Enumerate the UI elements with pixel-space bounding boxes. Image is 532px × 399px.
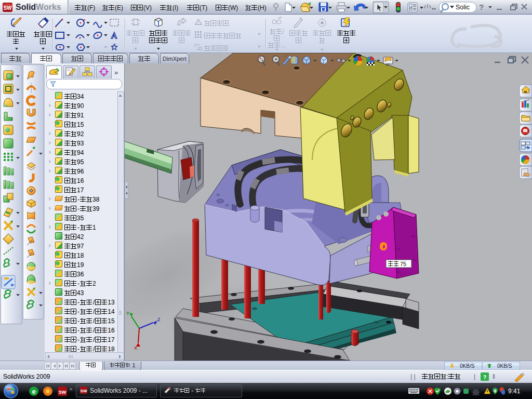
svg-text:75: 75 xyxy=(400,261,406,267)
svg-text:0KB/S: 0KB/S xyxy=(460,363,475,369)
svg-text:Z: Z xyxy=(157,317,161,322)
svg-text:SW: SW xyxy=(81,389,87,393)
svg-text:SW: SW xyxy=(3,5,12,11)
svg-text:X: X xyxy=(134,345,137,351)
svg-text:?: ? xyxy=(483,374,487,380)
svg-text:?: ? xyxy=(479,3,484,11)
svg-text:SW: SW xyxy=(59,390,66,395)
svg-text:e: e xyxy=(32,388,35,395)
svg-text:Solic: Solic xyxy=(456,4,470,11)
svg-text:0KB/S: 0KB/S xyxy=(497,363,512,369)
svg-text:Y: Y xyxy=(126,311,129,316)
svg-text:»: » xyxy=(70,387,72,392)
